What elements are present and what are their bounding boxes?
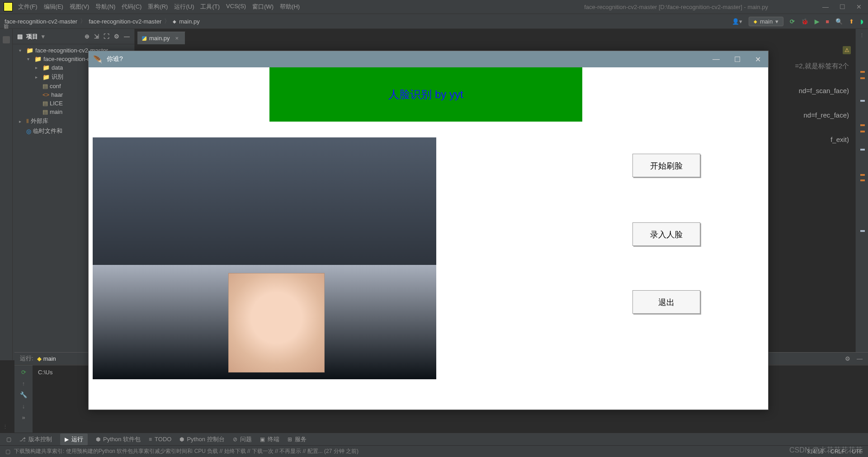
expand-icon[interactable]: ⛶ xyxy=(104,33,109,40)
tk-close-icon[interactable]: ✕ xyxy=(755,55,761,64)
menu-edit[interactable]: 编辑(E) xyxy=(44,3,63,11)
run-name: main xyxy=(43,355,56,362)
enroll-face-button[interactable]: 录入人脸 xyxy=(632,222,700,246)
tk-body: 人脸识别 by yyt 开始刷脸 录入人脸 退出 xyxy=(89,67,768,410)
editor-code-fragment: =2,就是标签有2个 nd=f_scan_face) nd=f_rec_face… xyxy=(795,54,849,152)
menu-tools[interactable]: 工具(T) xyxy=(200,3,220,11)
debug-icon[interactable]: 🐞 xyxy=(801,18,808,25)
status-message[interactable]: 下载预构建共享索引: 使用预构建的Python 软件包共享索引减少索引时间和 C… xyxy=(14,448,807,455)
python-icon xyxy=(142,36,146,41)
window-controls: — ☐ ✕ xyxy=(822,3,862,10)
menu-help[interactable]: 帮助(H) xyxy=(280,3,300,11)
cursor-position[interactable]: 314:18 xyxy=(807,448,824,455)
editor-tab[interactable]: main.py × xyxy=(137,32,185,44)
tab-problems[interactable]: ⊘问题 xyxy=(233,435,252,443)
hide-icon[interactable]: — xyxy=(124,33,130,40)
tk-maximize-icon[interactable]: ☐ xyxy=(734,55,741,64)
sync-icon[interactable]: ⬆ xyxy=(849,18,854,25)
nav-row: face-recognition-cv2-master 〉 face-recog… xyxy=(0,14,868,29)
camera-preview xyxy=(93,137,436,379)
crumb-dir[interactable]: face-recognition-cv2-master xyxy=(89,18,161,25)
codewithme-icon[interactable]: ◗ xyxy=(860,18,863,25)
python-icon: ◆ xyxy=(173,19,176,24)
menu-code[interactable]: 代码(C) xyxy=(122,3,142,11)
menu-nav[interactable]: 导航(N) xyxy=(95,3,115,11)
exit-button[interactable]: 退出 xyxy=(632,290,700,314)
tab-vcs[interactable]: ⎇版本控制 xyxy=(19,435,52,443)
left-tool-strip: 项目 xyxy=(0,29,13,360)
maximize-icon[interactable]: ☐ xyxy=(840,3,845,10)
project-title: 项目 xyxy=(26,33,38,41)
minimize-icon[interactable]: — xyxy=(822,3,829,10)
minimize-icon[interactable]: — xyxy=(857,355,863,362)
toolbar-right: 👤▾ ◆ main ▾ ⟳ 🐞 ▶ ■ 🔍 ⬆ ◗ xyxy=(732,17,863,26)
editor-tabbar: main.py × xyxy=(135,29,855,44)
user-icon[interactable]: 👤▾ xyxy=(732,18,742,25)
toolwin-icon[interactable]: ▢ xyxy=(6,436,11,443)
rerun-icon[interactable]: ⟳ xyxy=(21,369,26,376)
bottom-tool-tabs: ▢ ⎇版本控制 ▶运行 ⬢Python 软件包 ≡TODO ⬢Python 控制… xyxy=(0,433,868,445)
run-config-selector[interactable]: ◆ main ▾ xyxy=(749,17,783,26)
collapse-icon[interactable]: ⇲ xyxy=(94,33,99,40)
tab-label: main.py xyxy=(149,35,170,42)
start-scan-button[interactable]: 开始刷脸 xyxy=(632,154,700,177)
menu-vcs[interactable]: VCS(S) xyxy=(226,3,246,11)
tab-run[interactable]: ▶运行 xyxy=(60,433,88,445)
run-config-name: main xyxy=(760,18,773,25)
face-crop-overlay xyxy=(228,273,325,372)
tab-todo[interactable]: ≡TODO xyxy=(149,436,171,443)
gear-icon[interactable]: ⚙ xyxy=(845,355,850,362)
run-label: 运行: xyxy=(20,354,33,363)
menu-view[interactable]: 视图(V) xyxy=(70,3,89,11)
statusbar-left-icon[interactable]: ▢ xyxy=(5,448,10,455)
feather-icon: 🪶 xyxy=(93,55,102,64)
up-icon[interactable]: ↑ xyxy=(22,380,25,387)
tab-python-console[interactable]: ⬢Python 控制台 xyxy=(179,435,224,443)
tab-services[interactable]: ⊞服务 xyxy=(288,435,307,443)
chevron-down-icon[interactable]: ▾ xyxy=(42,33,45,40)
crumb-file[interactable]: main.py xyxy=(179,18,200,25)
crumb-root[interactable]: face-recognition-cv2-master xyxy=(5,18,77,25)
tk-app-window: 🪶 你谁? — ☐ ✕ 人脸识别 by yyt 开始刷脸 录入人脸 退出 xyxy=(88,51,769,410)
tab-terminal[interactable]: ▣终端 xyxy=(260,435,279,443)
right-tool-strip: ⋮ xyxy=(855,29,868,360)
tk-banner-label: 人脸识别 by yyt xyxy=(269,67,582,122)
scrollbar-markers xyxy=(859,44,865,360)
play-icon[interactable]: ▶ xyxy=(815,18,819,25)
menu-window[interactable]: 窗口(W) xyxy=(252,3,274,11)
run-icon[interactable]: ⟳ xyxy=(790,18,795,25)
structure-icon[interactable] xyxy=(3,36,10,43)
left-dots: ⋮ xyxy=(3,424,8,430)
close-icon[interactable]: ✕ xyxy=(856,3,862,10)
tk-minimize-icon[interactable]: — xyxy=(712,55,720,64)
chevron-down-icon: ▾ xyxy=(775,18,778,25)
tab-python-packages[interactable]: ⬢Python 软件包 xyxy=(96,435,141,443)
gear-icon[interactable]: ⚙ xyxy=(114,33,119,40)
file-encoding[interactable]: UTF xyxy=(852,448,863,455)
inspection-warning-icon[interactable]: ⚠ xyxy=(843,46,851,54)
ide-logo-icon xyxy=(4,2,13,11)
menu-refactor[interactable]: 重构(R) xyxy=(148,3,168,11)
target-icon[interactable]: ⊕ xyxy=(85,33,90,40)
python-icon: ◆ xyxy=(754,19,757,24)
stop-icon[interactable]: ■ xyxy=(826,18,829,25)
window-title: face-recognition-cv2-master [D:\face-rec… xyxy=(584,4,768,10)
line-separator[interactable]: CRLF xyxy=(830,448,844,455)
crumb-sep: 〉 xyxy=(80,17,86,25)
crumb-sep: 〉 xyxy=(164,17,170,25)
menu-run[interactable]: 运行(U) xyxy=(174,3,194,11)
tk-titlebar[interactable]: 🪶 你谁? — ☐ ✕ xyxy=(89,51,768,67)
more-icon[interactable]: » xyxy=(22,414,25,421)
main-menu: 文件(F) 编辑(E) 视图(V) 导航(N) 代码(C) 重构(R) 运行(U… xyxy=(18,3,584,11)
more-icon[interactable]: ⋮ xyxy=(859,33,864,38)
down-icon[interactable]: ↓ xyxy=(22,403,25,410)
search-icon[interactable]: 🔍 xyxy=(835,18,843,25)
python-icon: ◆ xyxy=(37,355,42,362)
status-bar: ▢ 下载预构建共享索引: 使用预构建的Python 软件包共享索引减少索引时间和… xyxy=(0,445,868,457)
folder-icon: ▤ xyxy=(17,33,23,40)
project-header: ▤ 项目 ▾ ⊕ ⇲ ⛶ ⚙ — xyxy=(13,29,134,44)
wrench-icon[interactable]: 🔧 xyxy=(20,391,27,398)
menu-file[interactable]: 文件(F) xyxy=(18,3,38,11)
breadcrumb: face-recognition-cv2-master 〉 face-recog… xyxy=(5,17,200,25)
tab-close-icon[interactable]: × xyxy=(175,35,179,42)
